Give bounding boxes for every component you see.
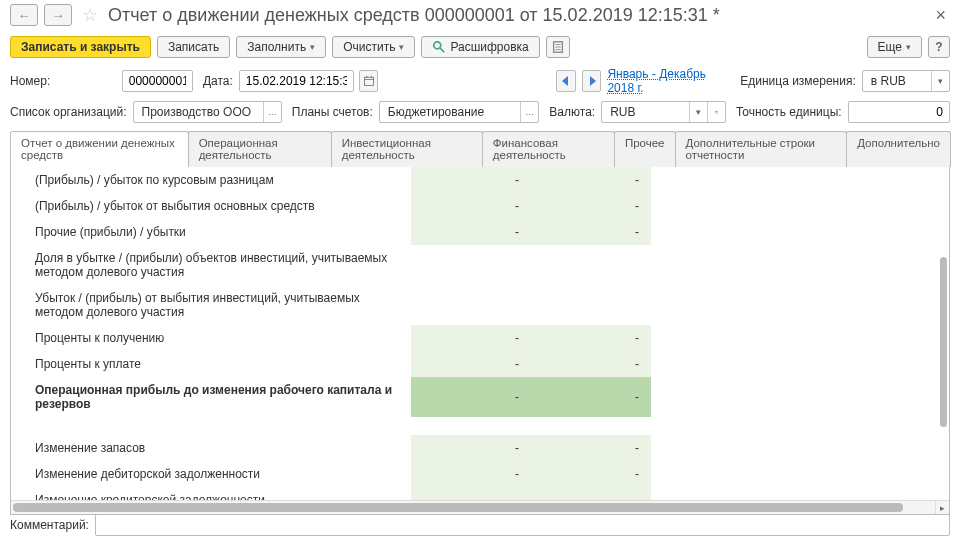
row-label <box>11 417 411 435</box>
star-icon[interactable]: ☆ <box>82 4 98 26</box>
more-button[interactable]: Еще▾ <box>867 36 922 58</box>
comment-input[interactable] <box>95 514 950 536</box>
plan-input[interactable]: Бюджетирование … <box>379 101 540 123</box>
row-value-2: - <box>531 325 651 351</box>
row-value-1 <box>411 417 531 435</box>
number-input[interactable] <box>122 70 193 92</box>
org-input[interactable]: Производство ООО … <box>133 101 282 123</box>
unit-value: в RUB <box>867 74 931 88</box>
calendar-button[interactable] <box>359 70 378 92</box>
row-value-1 <box>411 285 531 325</box>
ellipsis-icon[interactable]: … <box>520 102 538 122</box>
row-value-2: - <box>531 377 651 417</box>
chevron-down-icon: ▾ <box>689 102 707 122</box>
unit-label: Единица измерения: <box>740 74 856 88</box>
tabs: Отчет о движении денежных средств Операц… <box>10 130 950 167</box>
plan-value: Бюджетирование <box>384 105 521 119</box>
svg-rect-6 <box>364 77 373 85</box>
currency-value: RUB <box>606 105 689 119</box>
save-and-close-button[interactable]: Записать и закрыть <box>10 36 151 58</box>
plan-label: Планы счетов: <box>292 105 373 119</box>
scroll-right-icon[interactable]: ▸ <box>935 500 949 514</box>
currency-label: Валюта: <box>549 105 595 119</box>
row-value-1: - <box>411 351 531 377</box>
chevron-down-icon: ▾ <box>310 42 315 52</box>
date-label: Дата: <box>203 74 233 88</box>
tab-label: Инвестиционная деятельность <box>342 137 431 161</box>
row-value-2: - <box>531 167 651 193</box>
window-title: Отчет о движении денежных средств 000000… <box>108 5 925 26</box>
open-icon[interactable]: ▫ <box>707 102 725 122</box>
row-label: Проценты к уплате <box>11 351 411 377</box>
table-row[interactable]: Прочие (прибыли) / убытки-- <box>11 219 949 245</box>
help-button[interactable]: ? <box>928 36 950 58</box>
row-value-1 <box>411 245 531 285</box>
table-row[interactable]: Убыток / (прибыль) от выбытия инвестиций… <box>11 285 949 325</box>
tab-other[interactable]: Прочее <box>614 131 676 167</box>
row-value-1: - <box>411 193 531 219</box>
save-and-close-label: Записать и закрыть <box>21 40 140 54</box>
tab-financing[interactable]: Финансовая деятельность <box>482 131 615 167</box>
table-row[interactable]: Доля в убытке / (прибыли) объектов инвес… <box>11 245 949 285</box>
chevron-down-icon: ▾ <box>906 42 911 52</box>
nav-back-button[interactable]: ← <box>10 4 38 26</box>
precision-input[interactable] <box>848 101 950 123</box>
row-value-2 <box>531 285 651 325</box>
tab-additional[interactable]: Дополнительно <box>846 131 951 167</box>
save-button[interactable]: Записать <box>157 36 230 58</box>
row-value-2: - <box>531 219 651 245</box>
table-row[interactable]: Операционная прибыль до изменения рабоче… <box>11 377 949 417</box>
nav-forward-button[interactable]: → <box>44 4 72 26</box>
table-row[interactable]: Проценты к получению-- <box>11 325 949 351</box>
tab-label: Дополнительные строки отчетности <box>686 137 816 161</box>
tab-investing[interactable]: Инвестиционная деятельность <box>331 131 483 167</box>
fill-button[interactable]: Заполнить▾ <box>236 36 326 58</box>
row-value-2: - <box>531 435 651 461</box>
table-row[interactable]: Проценты к уплате-- <box>11 351 949 377</box>
table-row[interactable] <box>11 417 949 435</box>
period-link[interactable]: Январь - Декабрь 2018 г. <box>607 67 728 95</box>
row-label: Доля в убытке / (прибыли) объектов инвес… <box>11 245 411 285</box>
clear-label: Очистить <box>343 40 395 54</box>
table-row[interactable]: (Прибыль) / убыток от выбытия основных с… <box>11 193 949 219</box>
period-next-button[interactable] <box>582 70 601 92</box>
table-row[interactable]: (Прибыль) / убыток по курсовым разницам-… <box>11 167 949 193</box>
unit-select[interactable]: в RUB ▾ <box>862 70 950 92</box>
calendar-icon <box>363 75 375 87</box>
document-icon <box>551 40 565 54</box>
tab-cashflow[interactable]: Отчет о движении денежных средств <box>10 131 189 167</box>
orglist-label: Список организаций: <box>10 105 127 119</box>
number-label: Номер: <box>10 74 50 88</box>
tab-operating[interactable]: Операционная деятельность <box>188 131 332 167</box>
svg-marker-11 <box>590 76 596 86</box>
tab-label: Финансовая деятельность <box>493 137 566 161</box>
chevron-down-icon: ▾ <box>931 71 949 91</box>
clear-button[interactable]: Очистить▾ <box>332 36 415 58</box>
report-grid: (Прибыль) / убыток по курсовым разницам-… <box>10 167 950 515</box>
precision-label: Точность единицы: <box>736 105 842 119</box>
horizontal-scrollbar[interactable] <box>11 500 935 514</box>
tab-label: Отчет о движении денежных средств <box>21 137 175 161</box>
tab-extra-rows[interactable]: Дополнительные строки отчетности <box>675 131 848 167</box>
save-label: Записать <box>168 40 219 54</box>
tab-label: Операционная деятельность <box>199 137 278 161</box>
row-label: (Прибыль) / убыток от выбытия основных с… <box>11 193 411 219</box>
close-icon[interactable]: × <box>931 5 950 26</box>
table-row[interactable]: Изменение дебиторской задолженности-- <box>11 461 949 487</box>
row-label: Проценты к получению <box>11 325 411 351</box>
chevron-down-icon: ▾ <box>399 42 404 52</box>
vertical-scrollbar[interactable] <box>940 257 947 427</box>
period-prev-button[interactable] <box>556 70 575 92</box>
svg-marker-10 <box>562 76 568 86</box>
tab-label: Дополнительно <box>857 137 940 149</box>
row-value-2: - <box>531 193 651 219</box>
extra-action-button[interactable] <box>546 36 570 58</box>
svg-point-0 <box>434 42 441 49</box>
date-input[interactable] <box>239 70 354 92</box>
decode-button[interactable]: Расшифровка <box>421 36 539 58</box>
ellipsis-icon[interactable]: … <box>263 102 281 122</box>
row-value-1: - <box>411 435 531 461</box>
table-row[interactable]: Изменение запасов-- <box>11 435 949 461</box>
more-label: Еще <box>878 40 902 54</box>
currency-select[interactable]: RUB ▾ ▫ <box>601 101 726 123</box>
